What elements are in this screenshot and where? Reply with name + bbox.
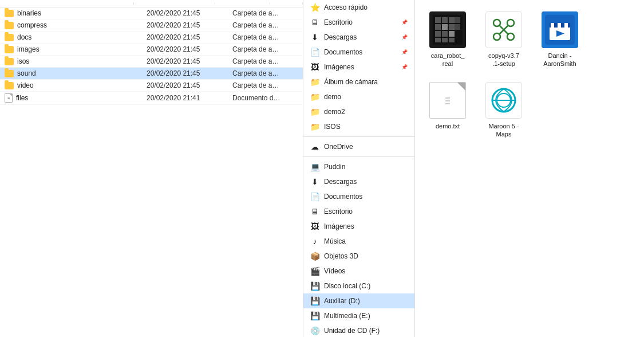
file-name-cell: ≡files [0, 93, 142, 103]
folder-yellow-icon: 📁 [310, 107, 319, 116]
file-type-cell: Carpeta de archivos [228, 81, 285, 89]
sidebar-item-label: Unidad de CD (F:) [324, 327, 408, 335]
file-icon-demotxt[interactable]: demo.txt [422, 77, 473, 143]
sidebar-item-auxiliard[interactable]: 💾Auxiliar (D:) [303, 293, 414, 308]
sidebar-item-escritorio1[interactable]: 🖥Escritorio📌 [303, 15, 414, 30]
file-name-text: files [16, 94, 28, 102]
file-icon-maroon5[interactable]: Maroon 5 - Maps [478, 77, 530, 143]
table-row[interactable]: ≡files20/02/2020 21:41Documento de tex..… [0, 92, 303, 105]
film-icon: 🎬 [310, 267, 319, 276]
image-small-icon: 🖼 [310, 62, 319, 72]
folder-icon [5, 70, 14, 77]
file-name-cell: sound [0, 69, 142, 77]
table-row[interactable]: images20/02/2020 21:45Carpeta de archivo… [0, 44, 303, 56]
sidebar-item-escritorio2[interactable]: 🖥Escritorio [303, 204, 414, 219]
svg-rect-12 [449, 38, 455, 42]
table-row[interactable]: docs20/02/2020 21:45Carpeta de archivos [0, 32, 303, 44]
file-type-cell: Carpeta de archivos [228, 57, 285, 65]
sidebar-item-label: Imágenes [324, 222, 408, 230]
col-header-date[interactable] [134, 2, 215, 5]
svg-rect-8 [442, 31, 448, 37]
sidebar-item-objetos3d[interactable]: 📦Objetos 3D [303, 249, 414, 264]
sidebar-item-onedrive[interactable]: ☁OneDrive [303, 139, 414, 154]
file-icon-label: Maroon 5 - Maps [488, 122, 519, 139]
sidebar-item-puddin[interactable]: 💻Puddin [303, 159, 414, 174]
svg-rect-26 [558, 23, 561, 28]
sidebar-item-videos[interactable]: 🎬Vídeos [303, 264, 414, 279]
folder-yellow-icon: 📁 [310, 122, 319, 131]
file-icon-copyq[interactable]: copyq-v3.7 .1-setup [478, 7, 530, 73]
file-date-cell: 20/02/2020 21:45 [142, 69, 228, 77]
sidebar-item-documentos1[interactable]: 📄Documentos📌 [303, 45, 414, 60]
col-header-type[interactable] [215, 2, 270, 5]
sidebar-item-label: Escritorio [324, 18, 397, 26]
sidebar-item-unidadcd[interactable]: 💿Unidad de CD (F:) [303, 323, 414, 337]
svg-rect-10 [435, 38, 441, 42]
pin-icon: 📌 [401, 64, 408, 70]
txt-icon: ≡ [5, 93, 13, 103]
sidebar-item-album[interactable]: 📁Álbum de cámara [303, 75, 414, 89]
sidebar-item-label: ISOS [324, 123, 408, 131]
folder-icon [5, 10, 14, 17]
sidebar-item-descargas2[interactable]: ⬇Descargas [303, 174, 414, 189]
sidebar-item-imagenes1[interactable]: 🖼Imágenes📌 [303, 60, 414, 75]
sidebar-item-discoc[interactable]: 💾Disco local (C:) [303, 279, 414, 293]
file-type-cell: Carpeta de archivos [228, 9, 285, 17]
maroon5-large-icon [485, 82, 522, 119]
music-note-icon: ♪ [310, 237, 319, 246]
sidebar-item-acceso-rapido[interactable]: ⭐Acceso rápido [303, 0, 414, 15]
sidebar-item-label: Descargas [324, 178, 408, 186]
file-name-text: sound [17, 69, 36, 77]
monitor-small-icon: 🖥 [310, 18, 319, 27]
sidebar-item-label: demo2 [324, 108, 408, 116]
sidebar-item-imagenes2[interactable]: 🖼Imágenes [303, 219, 414, 234]
hdd-icon: 💾 [310, 296, 319, 305]
table-row[interactable]: binaries20/02/2020 21:45Carpeta de archi… [0, 7, 303, 19]
sidebar-item-musica[interactable]: ♪Música [303, 234, 414, 249]
icon-panel: cara_robot_ real copyq-v3.7 .1-setup [415, 0, 644, 337]
sidebar-item-label: Música [324, 237, 408, 245]
sidebar-item-multimidae[interactable]: 💾Multimedia (E:) [303, 308, 414, 323]
onedrive-icon: ☁ [310, 142, 319, 151]
doc-small-icon: 📄 [310, 48, 319, 57]
table-row[interactable]: compress20/02/2020 21:45Carpeta de archi… [0, 19, 303, 32]
hdd-icon: 💾 [310, 281, 319, 291]
table-row[interactable]: video20/02/2020 21:45Carpeta de archivos [0, 80, 303, 92]
sidebar-item-label: OneDrive [324, 143, 408, 151]
nav-items-container: ⭐Acceso rápido🖥Escritorio📌⬇Descargas📌📄Do… [303, 0, 414, 337]
file-name-text: images [17, 45, 39, 53]
sidebar-item-demo2[interactable]: 📁demo2 [303, 104, 414, 119]
file-icon-cara-robot[interactable]: cara_robot_ real [422, 7, 473, 73]
pin-icon: 📌 [401, 49, 408, 55]
sidebar-item-descargas1[interactable]: ⬇Descargas📌 [303, 30, 414, 45]
sidebar-item-isos[interactable]: 📁ISOS [303, 119, 414, 134]
file-icon-dancin[interactable]: Dancin - AaronSmith [534, 7, 586, 73]
sidebar-item-label: demo [324, 93, 408, 101]
monitor-small-icon: 🖥 [310, 207, 319, 216]
col-header-name[interactable] [0, 2, 134, 5]
file-name-text: compress [17, 21, 47, 29]
col-header-size[interactable] [270, 2, 303, 5]
svg-rect-7 [435, 31, 441, 37]
computer-icon: 💻 [310, 162, 319, 171]
file-date-cell: 20/02/2020 21:45 [142, 21, 228, 29]
svg-rect-25 [551, 23, 554, 28]
table-row[interactable]: sound20/02/2020 21:45Carpeta de archivos [0, 68, 303, 80]
sidebar-item-label: Vídeos [324, 267, 408, 275]
star-icon: ⭐ [310, 3, 319, 12]
sidebar-item-label: Auxiliar (D:) [324, 297, 408, 305]
svg-rect-11 [442, 38, 448, 42]
sidebar-item-label: Objetos 3D [324, 252, 408, 260]
table-row[interactable]: isos20/02/2020 21:45Carpeta de archivos [0, 56, 303, 68]
folder-icon [5, 82, 14, 89]
file-list-panel: binaries20/02/2020 21:45Carpeta de archi… [0, 0, 303, 337]
file-date-cell: 20/02/2020 21:41 [142, 94, 228, 102]
hdd-icon: 💾 [310, 311, 319, 320]
pin-icon: 📌 [401, 34, 408, 40]
sidebar-item-documentos2[interactable]: 📄Documentos [303, 189, 414, 204]
nav-divider [303, 156, 414, 157]
sidebar-item-demo[interactable]: 📁demo [303, 89, 414, 104]
file-list-header [0, 0, 303, 7]
file-date-cell: 20/02/2020 21:45 [142, 9, 228, 17]
file-date-cell: 20/02/2020 21:45 [142, 33, 228, 41]
